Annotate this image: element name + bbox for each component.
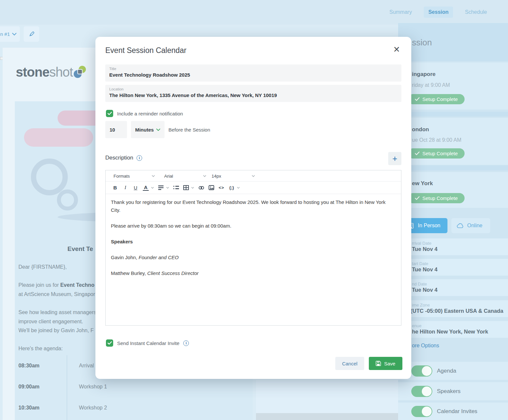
email-line-5: We'll be joined by Gavin John, F <box>18 328 94 334</box>
session-name: ingapore <box>412 71 436 78</box>
save-button[interactable]: Save <box>369 357 402 370</box>
chevron-down-icon[interactable] <box>237 187 240 189</box>
speakers-toggle[interactable] <box>411 386 432 397</box>
align-left-icon[interactable] <box>158 185 164 190</box>
font-size-select[interactable]: 14px <box>212 170 221 182</box>
speaker-1-name: Gavin John, <box>111 255 139 260</box>
location-field-label: Location <box>109 87 123 91</box>
font-size-label: 14px <box>212 174 221 179</box>
bold-button[interactable]: B <box>112 184 118 192</box>
start-date-value: Tue Nov 4 <box>412 266 438 273</box>
end-date-value: Tue Nov 4 <box>412 287 438 293</box>
agenda-item: Workshop 2 <box>79 405 107 411</box>
end-date-field[interactable]: nd Date Tue Nov 4 <box>398 279 508 296</box>
editor-paragraph: Thank you for registering for our Event … <box>111 198 396 214</box>
agenda-divider <box>67 355 67 420</box>
title-field[interactable]: Title Event Technology Roadshow 2025 <box>105 64 401 82</box>
arrival-date-field[interactable]: rrival Date Tue Nov 4 <box>398 238 508 255</box>
info-icon[interactable]: i <box>183 340 189 346</box>
chevron-down-icon[interactable] <box>191 187 194 189</box>
toggle-knob <box>422 386 432 396</box>
background-panel-shadow <box>256 413 398 420</box>
reminder-amount-input[interactable]: 10 <box>105 121 127 138</box>
session-sidebar: ssion ingapore riday at 9:00 AM Setup Co… <box>398 23 508 420</box>
editor-paragraph: Gavin John, Founder and CEO <box>111 254 396 261</box>
cancel-button[interactable]: Cancel <box>335 357 364 370</box>
setup-complete-label: Setup Complete <box>422 151 458 156</box>
session-version-button[interactable]: n #1 <box>0 26 20 42</box>
speakers-toggle-label: Speakers <box>437 388 461 395</box>
agenda-toggle-row: Agenda <box>398 362 508 380</box>
header-tabs: Summary Session Schedule <box>385 7 492 18</box>
reminder-unit-select[interactable]: Minutes <box>131 121 165 138</box>
start-date-field[interactable]: tart Date Tue Nov 4 <box>398 259 508 276</box>
reminder-checkbox-label: Include a reminder notification <box>117 111 183 116</box>
source-code-icon[interactable]: <> <box>218 184 224 192</box>
sidebar-title: ssion <box>412 37 432 48</box>
text-color-button[interactable]: A <box>143 185 149 191</box>
arrival-date-label: rrival Date <box>412 241 431 246</box>
chevron-down-icon <box>152 175 155 177</box>
toggle-knob <box>422 366 432 376</box>
online-button[interactable]: Online <box>451 218 490 233</box>
chevron-down-icon[interactable] <box>166 187 169 189</box>
check-icon <box>415 97 419 101</box>
close-icon[interactable]: ✕ <box>393 45 400 54</box>
invite-checkbox-label: Send Instant Calendar Invite <box>117 340 179 346</box>
email-greeting: Dear {FIRSTNAME}, <box>18 264 67 270</box>
formats-select[interactable]: Formats <box>114 170 130 182</box>
location-field[interactable]: Location The Hilton New York, 1335 Avenu… <box>105 85 401 102</box>
chevron-down-icon <box>203 175 206 177</box>
tab-summary[interactable]: Summary <box>385 7 416 18</box>
tab-schedule[interactable]: Schedule <box>460 7 492 18</box>
session-card-london[interactable]: ondon ue Oct 28 at 9:00 AM Setup Complet… <box>398 118 508 165</box>
chevron-down-icon[interactable] <box>151 187 154 189</box>
editor-content[interactable]: Thank you for registering for our Event … <box>106 194 401 289</box>
formats-select-label: Formats <box>114 174 130 179</box>
setup-complete-badge: Setup Complete <box>408 193 465 203</box>
reminder-checkbox[interactable] <box>106 110 113 117</box>
title-field-label: Title <box>109 67 116 71</box>
speaker-2-name: Matthew Burley, <box>111 270 147 276</box>
agenda-item: Workshop 1 <box>79 384 107 390</box>
check-icon <box>108 112 112 115</box>
link-icon[interactable] <box>198 185 204 190</box>
underline-button[interactable]: U <box>133 184 139 192</box>
edit-design-button[interactable] <box>24 26 39 42</box>
venue-value: he Hilton New York, New York <box>412 329 488 335</box>
agenda-toggle[interactable] <box>411 365 432 377</box>
setup-complete-badge: Setup Complete <box>408 94 465 104</box>
tab-session[interactable]: Session <box>424 7 453 18</box>
email-line-1-plain: Please join us for <box>18 282 60 288</box>
bullet-list-icon[interactable] <box>173 185 179 190</box>
save-icon <box>376 361 381 366</box>
time-zone-field[interactable]: ime Zone (UTC -05:00) Eastern USA & Cana… <box>398 300 508 317</box>
toggle-knob <box>422 407 432 416</box>
merge-tag-icon[interactable]: {;} <box>229 184 235 192</box>
setup-complete-label: Setup Complete <box>422 195 458 201</box>
add-description-button[interactable]: + <box>388 152 401 165</box>
invite-checkbox-row: Send Instant Calendar Invite i <box>106 339 189 347</box>
more-options-link[interactable]: ore Options <box>412 343 439 349</box>
session-card-new-york[interactable]: ew York Setup Complete <box>398 172 508 208</box>
font-family-select[interactable]: Arial <box>164 170 173 182</box>
agenda-time: 09:00am <box>18 384 39 390</box>
setup-complete-badge: Setup Complete <box>408 148 465 159</box>
check-icon <box>415 152 419 155</box>
italic-button[interactable]: I <box>122 184 128 192</box>
time-zone-label: ime Zone <box>412 303 430 308</box>
image-icon[interactable] <box>209 185 214 190</box>
editor-toolbar: B I U A <> {;} <box>106 182 401 194</box>
info-icon[interactable]: i <box>137 155 142 161</box>
sidebar-separator <box>398 112 508 116</box>
end-date-label: nd Date <box>412 282 427 286</box>
table-icon[interactable] <box>183 185 189 190</box>
session-card-singapore[interactable]: ingapore riday at 9:00 AM Setup Complete <box>398 62 508 110</box>
calendar-invites-toggle[interactable] <box>411 406 432 417</box>
email-line-4: improve client engagement. <box>18 319 83 325</box>
start-date-label: tart Date <box>412 261 428 266</box>
invite-checkbox[interactable] <box>106 339 113 347</box>
online-label: Online <box>467 223 482 229</box>
logo-text-stone: stone <box>16 65 49 80</box>
venue-field[interactable]: enue he Hilton New York, New York <box>398 321 508 338</box>
